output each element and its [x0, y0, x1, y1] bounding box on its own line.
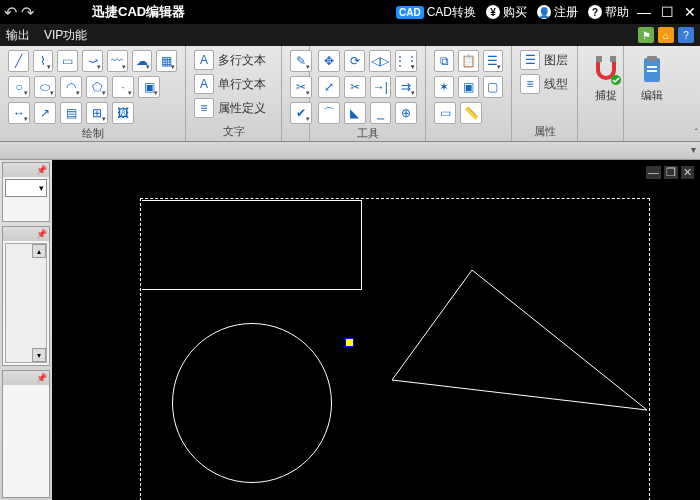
offset-tool[interactable]: ⇉ — [395, 76, 417, 98]
side-pane-1: 📌 ▾ — [2, 162, 50, 222]
explode-tool[interactable]: ✶ — [434, 76, 454, 98]
undo-icon[interactable]: ↶ — [4, 3, 17, 22]
edit-tool-2[interactable]: ✂ — [290, 76, 312, 98]
maximize-button[interactable]: ☐ — [661, 4, 674, 20]
copy-tool[interactable]: ⧉ — [434, 50, 454, 72]
canvas-minimize-icon[interactable]: — — [646, 166, 661, 179]
leader-tool[interactable]: ↗ — [34, 102, 56, 124]
cad-convert-link[interactable]: CAD CAD转换 — [396, 4, 476, 21]
pane1-combo[interactable]: ▾ — [5, 179, 47, 197]
layer-button[interactable]: ☰ 图层 — [520, 50, 569, 70]
yen-icon: ¥ — [486, 5, 500, 19]
group-tool[interactable]: ▣ — [458, 76, 478, 98]
linetype-button[interactable]: ≡ 线型 — [520, 74, 569, 94]
point-tool[interactable]: · — [112, 76, 134, 98]
svg-rect-4 — [647, 56, 657, 61]
buy-link[interactable]: ¥ 购买 — [486, 4, 527, 21]
secbar-chevron-icon[interactable]: ▾ — [691, 144, 696, 155]
minimize-button[interactable]: — — [637, 4, 651, 20]
align-tool[interactable]: ☰ — [483, 50, 503, 72]
edit-tool-3[interactable]: ✔ — [290, 102, 312, 124]
ellipse-tool[interactable]: ⬭ — [34, 76, 56, 98]
svg-rect-6 — [647, 70, 657, 72]
canvas-window-controls: — ❐ ✕ — [646, 166, 694, 179]
insert-tool[interactable]: ⊞ — [86, 102, 108, 124]
mirror-tool[interactable]: ◁▷ — [369, 50, 391, 72]
circle-tool[interactable]: ○ — [8, 76, 30, 98]
selection-grip[interactable] — [345, 338, 354, 347]
canvas-restore-icon[interactable]: ❐ — [664, 166, 678, 179]
register-link[interactable]: 👤 注册 — [537, 4, 578, 21]
fillet-tool[interactable]: ⌒ — [318, 102, 340, 124]
singleline-text-button[interactable]: A 单行文本 — [194, 74, 273, 94]
select-tool[interactable]: ▭ — [434, 102, 456, 124]
scroll-up-icon[interactable]: ▴ — [32, 244, 46, 258]
pin-icon-2[interactable]: 📌 — [36, 229, 47, 239]
singleline-text-icon: A — [194, 74, 214, 94]
measure-tool[interactable]: 📏 — [460, 102, 482, 124]
pane2-scroll[interactable]: ▴ ▾ — [5, 243, 47, 363]
buy-label: 购买 — [503, 4, 527, 21]
scale-tool[interactable]: ⤢ — [318, 76, 340, 98]
shape-rectangle[interactable] — [142, 200, 362, 290]
table-tool[interactable]: ▤ — [60, 102, 82, 124]
edit-button[interactable]: 编辑 — [632, 50, 672, 103]
group-label-tools: 工具 — [318, 126, 417, 141]
break-tool[interactable]: ⎯ — [370, 102, 392, 124]
trim-tool[interactable]: ✂ — [344, 76, 366, 98]
shape-triangle[interactable] — [392, 270, 652, 430]
move-tool[interactable]: ✥ — [318, 50, 340, 72]
close-button[interactable]: ✕ — [684, 4, 696, 20]
image-tool[interactable]: 🖼 — [112, 102, 134, 124]
redo-icon[interactable]: ↷ — [21, 3, 34, 22]
join-tool[interactable]: ⊕ — [395, 102, 417, 124]
ribbon-group-edit-small: ✎ ✂ ✔ — [282, 46, 310, 141]
pane1-header: 📌 — [3, 163, 49, 177]
rect-tool[interactable]: ▭ — [57, 50, 78, 72]
line-tool[interactable]: ╱ — [8, 50, 29, 72]
snap-label: 捕捉 — [595, 88, 617, 103]
dim-tool[interactable]: ↔ — [8, 102, 30, 124]
group-label-text: 文字 — [194, 124, 273, 139]
drawing-canvas[interactable]: — ❐ ✕ — [52, 160, 700, 500]
group-label-attr: 属性 — [520, 124, 569, 139]
paste-tool[interactable]: 📋 — [458, 50, 478, 72]
ribbon-group-draw: ╱ ⌇ ▭ ⤻ 〰 ☁ ▦ ○ ⬭ ◠ ⬠ · ▣ ↔ ↗ ▤ ⊞ 🖼 — [0, 46, 186, 141]
help-label: 帮助 — [605, 4, 629, 21]
polygon-tool[interactable]: ⬠ — [86, 76, 108, 98]
cloud-tool[interactable]: ☁ — [132, 50, 153, 72]
snap-button[interactable]: 捕捉 — [586, 50, 626, 103]
ribbon-group-tools: ✥ ⟳ ◁▷ ⋮⋮ ⤢ ✂ →| ⇉ ⌒ ◣ ⎯ ⊕ 工具 — [310, 46, 426, 141]
help-icon[interactable]: ? — [678, 27, 694, 43]
menu-output[interactable]: 输出 — [6, 27, 30, 44]
help-link[interactable]: ? 帮助 — [588, 4, 629, 21]
home-icon[interactable]: ⌂ — [658, 27, 674, 43]
attrdef-button[interactable]: ≡ 属性定义 — [194, 98, 273, 118]
array-tool[interactable]: ⋮⋮ — [395, 50, 417, 72]
shape-circle[interactable] — [172, 323, 332, 483]
rotate-tool[interactable]: ⟳ — [344, 50, 366, 72]
flag-icon[interactable]: ⚑ — [638, 27, 654, 43]
extend-tool[interactable]: →| — [370, 76, 392, 98]
arc2-tool[interactable]: ◠ — [60, 76, 82, 98]
ungroup-tool[interactable]: ▢ — [483, 76, 503, 98]
chamfer-tool[interactable]: ◣ — [344, 102, 366, 124]
main-area: 📌 ▾ 📌 ▴ ▾ 📌 — ❐ ✕ — [0, 160, 700, 500]
block-tool[interactable]: ▣ — [138, 76, 160, 98]
spline-tool[interactable]: 〰 — [107, 50, 128, 72]
svg-rect-5 — [647, 66, 657, 68]
edit-tool-1[interactable]: ✎ — [290, 50, 312, 72]
layer-label: 图层 — [544, 52, 568, 69]
scroll-down-icon[interactable]: ▾ — [32, 348, 46, 362]
pin-icon-3[interactable]: 📌 — [36, 373, 47, 383]
pin-icon[interactable]: 📌 — [36, 165, 47, 175]
arc-tool[interactable]: ⤻ — [82, 50, 103, 72]
menu-vip[interactable]: VIP功能 — [44, 27, 87, 44]
canvas-close-icon[interactable]: ✕ — [681, 166, 694, 179]
polyline-tool[interactable]: ⌇ — [33, 50, 54, 72]
multiline-text-button[interactable]: A 多行文本 — [194, 50, 273, 70]
top-links: CAD CAD转换 ¥ 购买 👤 注册 ? 帮助 — [396, 4, 629, 21]
layer-icon: ☰ — [520, 50, 540, 70]
ribbon-collapse-icon[interactable]: ˆ — [695, 128, 698, 139]
hatch-tool[interactable]: ▦ — [156, 50, 177, 72]
